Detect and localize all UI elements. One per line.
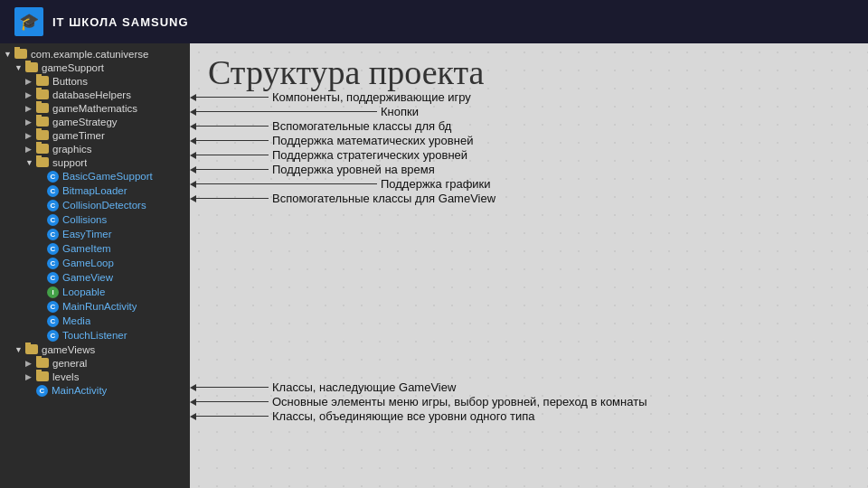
folder-icon bbox=[36, 144, 49, 154]
logo-icon: 🎓 bbox=[19, 12, 39, 32]
file-tree[interactable]: ▼com.example.catuniverse▼gameSupport▶But… bbox=[0, 43, 190, 488]
arrow-connector-4 bbox=[190, 137, 269, 145]
class-badge: C bbox=[47, 214, 59, 226]
tree-label: com.example.catuniverse bbox=[31, 49, 148, 60]
tree-item-Buttons[interactable]: ▶Buttons bbox=[0, 74, 190, 88]
tree-item-GameLoop[interactable]: CGameLoop bbox=[0, 256, 190, 270]
tree-item-gameTimer[interactable]: ▶gameTimer bbox=[0, 128, 190, 142]
tree-item-BitmapLoader[interactable]: CBitmapLoader bbox=[0, 183, 190, 198]
page-title: Структура проекта bbox=[208, 52, 850, 92]
tree-item-Loopable[interactable]: ILoopable bbox=[0, 285, 190, 299]
arrowhead-10 bbox=[190, 399, 196, 406]
tree-item-Media[interactable]: CMedia bbox=[0, 314, 190, 328]
annotation-7: Поддержка графики bbox=[190, 177, 491, 191]
class-badge: C bbox=[47, 258, 59, 269]
tree-item-CollisionDetectors[interactable]: CCollisionDetectors bbox=[0, 198, 190, 212]
class-badge: C bbox=[47, 200, 59, 211]
tree-item-databaseHelpers[interactable]: ▶databaseHelpers bbox=[0, 88, 190, 101]
annotation-3: Вспомогательные классы для бд bbox=[190, 119, 451, 133]
line-11 bbox=[196, 416, 269, 417]
annotation-10: Основные элементы меню игры, выбор уровн… bbox=[190, 395, 646, 408]
tree-label: EasyTimer bbox=[62, 229, 112, 239]
arrowhead-6 bbox=[190, 166, 196, 174]
annotation-text-9: Классы, наследующие GameView bbox=[272, 380, 456, 394]
annotation-6: Поддержка уровней на время bbox=[190, 163, 435, 176]
class-badge: C bbox=[47, 229, 59, 240]
arrow-connector-8 bbox=[190, 195, 269, 202]
folder-icon bbox=[36, 117, 49, 127]
arrow-icon: ▶ bbox=[25, 117, 36, 127]
folder-icon bbox=[25, 62, 38, 72]
class-badge: C bbox=[36, 385, 48, 397]
brand-name: IT ШКОЛА SAMSUNG bbox=[52, 15, 189, 29]
tree-item-GameView[interactable]: CGameView bbox=[0, 270, 190, 285]
tree-label: GameView bbox=[62, 272, 113, 283]
arrow-icon: ▶ bbox=[25, 372, 36, 381]
arrow-connector-10 bbox=[190, 399, 269, 406]
annotation-8: Вспомогательные классы для GameView bbox=[190, 192, 495, 205]
tree-item-general[interactable]: ▶general bbox=[0, 356, 190, 370]
class-badge: C bbox=[47, 243, 59, 255]
arrowhead-5 bbox=[190, 152, 196, 159]
tree-item-gameStrategy[interactable]: ▶gameStrategy bbox=[0, 115, 190, 128]
tree-label: gameMathematics bbox=[52, 103, 137, 114]
arrow-connector-7 bbox=[190, 181, 377, 188]
line-8 bbox=[196, 198, 269, 199]
tree-item-BasicGameSupport[interactable]: CBasicGameSupport bbox=[0, 169, 190, 183]
folder-icon bbox=[25, 344, 38, 354]
line-10 bbox=[196, 401, 269, 402]
arrow-icon: ▼ bbox=[25, 158, 36, 167]
line-1 bbox=[196, 97, 269, 98]
tree-item-gameSupport[interactable]: ▼gameSupport bbox=[0, 61, 190, 74]
arrow-icon: ▼ bbox=[4, 50, 14, 59]
line-2 bbox=[196, 111, 377, 112]
tree-item-MainActivity[interactable]: CMainActivity bbox=[0, 383, 190, 398]
tree-item-EasyTimer[interactable]: CEasyTimer bbox=[0, 227, 190, 241]
arrow-icon: ▶ bbox=[25, 131, 36, 140]
tree-label: GameItem bbox=[62, 243, 111, 254]
arrow-icon: ▶ bbox=[25, 77, 36, 86]
tree-item-MainRunActivity[interactable]: CMainRunActivity bbox=[0, 299, 190, 314]
tree-label: TouchListener bbox=[62, 330, 127, 341]
arrow-icon: ▼ bbox=[14, 63, 25, 72]
annotation-4: Поддержка математических уровней bbox=[190, 134, 473, 147]
tree-item-Collisions[interactable]: CCollisions bbox=[0, 212, 190, 227]
annotation-text-11: Классы, объединяющие все уровни одного т… bbox=[272, 409, 534, 423]
tree-item-root[interactable]: ▼com.example.catuniverse bbox=[0, 47, 190, 61]
arrow-connector-6 bbox=[190, 166, 269, 174]
arrow-icon: ▶ bbox=[25, 145, 36, 154]
annotation-text-3: Вспомогательные классы для бд bbox=[272, 119, 451, 133]
arrowhead-3 bbox=[190, 123, 196, 130]
tree-label: levels bbox=[52, 371, 79, 382]
annotation-11: Классы, объединяющие все уровни одного т… bbox=[190, 409, 534, 423]
line-5 bbox=[196, 155, 269, 155]
line-7 bbox=[196, 183, 377, 184]
annotation-5: Поддержка стратегических уровней bbox=[190, 148, 467, 162]
tree-item-support[interactable]: ▼support bbox=[0, 155, 190, 169]
tree-item-TouchListener[interactable]: CTouchListener bbox=[0, 328, 190, 343]
arrowhead-2 bbox=[190, 108, 196, 116]
class-badge: C bbox=[47, 272, 59, 284]
tree-label: Buttons bbox=[52, 76, 88, 87]
tree-item-gameViews[interactable]: ▼gameViews bbox=[0, 343, 190, 356]
annotation-9: Классы, наследующие GameView bbox=[190, 380, 456, 394]
class-badge: C bbox=[47, 315, 59, 327]
tree-label: MainRunActivity bbox=[62, 301, 137, 312]
tree-item-gameMathematics[interactable]: ▶gameMathematics bbox=[0, 101, 190, 115]
arrow-icon: ▶ bbox=[25, 359, 36, 368]
arrowhead-9 bbox=[190, 384, 196, 391]
arrow-icon: ▼ bbox=[14, 345, 25, 354]
arrow-connector-5 bbox=[190, 152, 269, 159]
class-badge: C bbox=[47, 301, 59, 313]
arrow-connector-9 bbox=[190, 384, 269, 391]
folder-icon bbox=[36, 89, 49, 99]
tree-item-levels[interactable]: ▶levels bbox=[0, 370, 190, 383]
app-header: 🎓 IT ШКОЛА SAMSUNG bbox=[0, 0, 868, 43]
tree-label: CollisionDetectors bbox=[62, 200, 146, 211]
tree-item-GameItem[interactable]: CGameItem bbox=[0, 241, 190, 256]
tree-item-graphics[interactable]: ▶graphics bbox=[0, 142, 190, 155]
folder-icon bbox=[36, 358, 49, 368]
arrow-connector-3 bbox=[190, 123, 269, 130]
arrow-icon: ▶ bbox=[25, 104, 36, 113]
line-9 bbox=[196, 387, 269, 388]
